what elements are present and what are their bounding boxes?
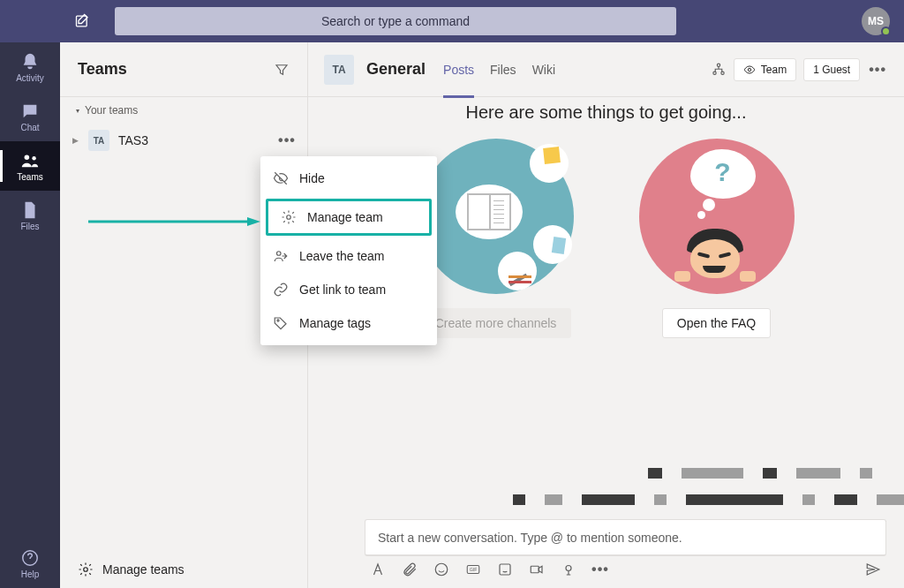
filter-icon[interactable] bbox=[274, 62, 290, 78]
send-icon[interactable] bbox=[865, 562, 881, 577]
svg-point-1 bbox=[25, 155, 29, 160]
svg-point-6 bbox=[713, 72, 716, 74]
sticker-icon[interactable] bbox=[497, 562, 513, 577]
guest-pill[interactable]: 1 Guest bbox=[803, 58, 860, 81]
tag-icon bbox=[273, 315, 289, 331]
org-chart-icon[interactable] bbox=[711, 62, 727, 78]
svg-rect-12 bbox=[500, 564, 510, 575]
message-input[interactable]: Start a new conversation. Type @ to ment… bbox=[365, 519, 886, 556]
title-bar: Search or type a command MS bbox=[0, 0, 904, 42]
svg-rect-13 bbox=[531, 566, 539, 573]
ctx-leave-team[interactable]: Leave the team bbox=[260, 239, 437, 273]
sidebar-title: Teams bbox=[78, 60, 127, 79]
rail-files[interactable]: Files bbox=[0, 191, 60, 240]
team-row-tas3[interactable]: ▶ TA TAS3 ••• bbox=[60, 124, 307, 157]
svg-point-17 bbox=[277, 320, 279, 321]
rail-activity[interactable]: Activity bbox=[0, 42, 60, 92]
card-open-faq: Open the FAQ bbox=[629, 139, 805, 338]
compose-icon[interactable] bbox=[74, 12, 92, 30]
svg-point-9 bbox=[435, 563, 448, 576]
welcome-heading: Here are some things to get going... bbox=[308, 102, 904, 123]
svg-text:GIF: GIF bbox=[470, 567, 478, 572]
illustration-channels bbox=[418, 139, 574, 294]
ctx-manage-team[interactable]: Manage team bbox=[266, 199, 432, 236]
svg-point-5 bbox=[717, 64, 719, 66]
svg-point-4 bbox=[84, 567, 88, 571]
profile-avatar[interactable]: MS bbox=[862, 7, 890, 35]
tab-wiki[interactable]: Wiki bbox=[532, 42, 555, 97]
sidebar-header: Teams bbox=[60, 42, 307, 97]
team-avatar: TA bbox=[88, 130, 109, 151]
channel-header: TA General Posts Files Wiki Team 1 Guest… bbox=[308, 42, 904, 97]
rail-teams[interactable]: Teams bbox=[0, 141, 60, 191]
composer-more-icon[interactable]: ••• bbox=[592, 562, 608, 577]
expand-caret-icon[interactable]: ▶ bbox=[72, 136, 79, 145]
channel-tabs: Posts Files Wiki bbox=[443, 42, 555, 97]
privacy-pill[interactable]: Team bbox=[734, 58, 796, 81]
search-placeholder: Search or type a command bbox=[321, 14, 470, 28]
create-channels-button[interactable]: Create more channels bbox=[420, 308, 572, 338]
team-context-menu: Hide Manage team Leave the team Get link… bbox=[260, 156, 437, 345]
tab-files[interactable]: Files bbox=[490, 42, 516, 97]
ctx-manage-tags[interactable]: Manage tags bbox=[260, 306, 437, 340]
meet-now-icon[interactable] bbox=[529, 562, 545, 577]
manage-teams-link[interactable]: Manage teams bbox=[60, 549, 307, 588]
gear-icon bbox=[78, 562, 94, 577]
channel-more-icon[interactable]: ••• bbox=[867, 62, 888, 78]
presence-indicator bbox=[881, 26, 891, 36]
channel-avatar: TA bbox=[324, 55, 354, 85]
leave-icon bbox=[273, 248, 289, 264]
illustration-faq bbox=[639, 139, 795, 294]
link-icon bbox=[273, 282, 289, 298]
ctx-get-link[interactable]: Get link to team bbox=[260, 273, 437, 306]
gif-icon[interactable]: GIF bbox=[465, 562, 481, 577]
open-faq-button[interactable]: Open the FAQ bbox=[662, 308, 772, 338]
composer-area: Start a new conversation. Type @ to ment… bbox=[365, 519, 886, 577]
svg-point-8 bbox=[748, 68, 751, 72]
composer-toolbar: GIF ••• bbox=[365, 562, 886, 577]
gear-icon bbox=[281, 209, 297, 225]
collapse-caret-icon: ▾ bbox=[76, 107, 79, 115]
attach-icon[interactable] bbox=[402, 562, 418, 577]
your-teams-label[interactable]: ▾ Your teams bbox=[60, 97, 307, 124]
rail-chat[interactable]: Chat bbox=[0, 92, 60, 141]
avatar-initials: MS bbox=[868, 15, 884, 27]
svg-point-16 bbox=[277, 252, 282, 256]
hide-icon bbox=[273, 170, 289, 186]
svg-point-15 bbox=[287, 215, 291, 220]
team-more-icon[interactable]: ••• bbox=[279, 132, 295, 148]
svg-point-14 bbox=[566, 566, 571, 571]
emoji-icon[interactable] bbox=[433, 562, 449, 577]
stream-icon[interactable] bbox=[561, 562, 576, 577]
search-input[interactable]: Search or type a command bbox=[115, 7, 676, 35]
tab-posts[interactable]: Posts bbox=[443, 42, 474, 97]
app-rail: Activity Chat Teams Files Help bbox=[0, 42, 60, 588]
svg-point-7 bbox=[721, 72, 724, 74]
message-placeholder: Start a new conversation. Type @ to ment… bbox=[378, 531, 682, 545]
svg-point-2 bbox=[32, 156, 35, 160]
channel-name: General bbox=[366, 60, 426, 79]
rail-help[interactable]: Help bbox=[0, 539, 60, 588]
ctx-hide[interactable]: Hide bbox=[260, 162, 437, 195]
format-icon[interactable] bbox=[370, 562, 386, 577]
team-name: TAS3 bbox=[118, 133, 148, 147]
